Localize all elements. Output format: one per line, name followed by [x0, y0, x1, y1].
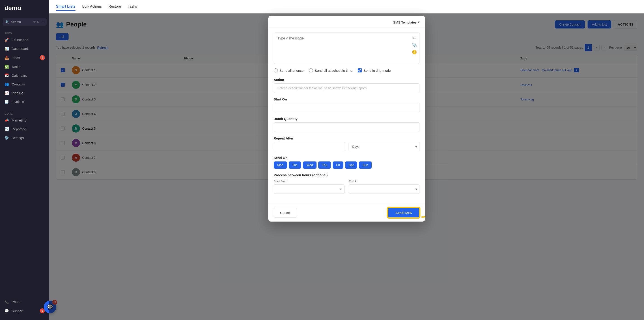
- process-hours-label: Process between hours (optional): [274, 173, 420, 177]
- day-sun-button[interactable]: Sun: [359, 161, 372, 169]
- sidebar-item-invoices[interactable]: 🧾 Invoices: [0, 97, 49, 106]
- message-compose-area: 🏷 📎 😊: [274, 33, 420, 64]
- send-drip-mode-checkbox[interactable]: [358, 68, 362, 73]
- repeat-after-label: Repeat After: [274, 136, 420, 140]
- sidebar-item-label: Invoices: [12, 100, 24, 104]
- send-at-schedule-radio[interactable]: [309, 68, 313, 73]
- day-thu-button[interactable]: Thu: [318, 161, 331, 169]
- attachment-icon[interactable]: 📎: [412, 43, 417, 48]
- modal-header: SMS Templates ▾: [268, 16, 425, 28]
- top-navigation: Smart Lists Bulk Actions Restore Tasks: [49, 0, 644, 14]
- send-mode-options: Send all at once Send all at schedule ti…: [274, 68, 420, 73]
- nav-tasks[interactable]: Tasks: [128, 3, 137, 11]
- action-label: Action: [274, 78, 420, 82]
- app-logo: demo: [0, 5, 49, 18]
- repeat-after-section: Repeat After Days Hours Minutes: [274, 136, 420, 151]
- send-sms-button[interactable]: Send SMS: [388, 207, 420, 218]
- start-on-label: Start On: [274, 97, 420, 101]
- end-at-select[interactable]: [349, 184, 420, 194]
- batch-quantity-section: Batch Quantity: [274, 117, 420, 132]
- sidebar-item-label: Phone: [12, 300, 21, 304]
- launchpad-icon: 🚀: [4, 38, 9, 42]
- nav-restore[interactable]: Restore: [108, 3, 121, 11]
- message-input[interactable]: [278, 36, 416, 59]
- support-icon: 💬: [4, 309, 9, 313]
- contacts-icon: 👥: [4, 82, 9, 86]
- sidebar-item-label: Dashboard: [12, 47, 28, 51]
- sidebar-section-more: MORE 📣 Marketing 📉 Reporting ⚙️ Settings: [0, 111, 49, 142]
- sidebar-item-dashboard[interactable]: 📊 Dashboard: [0, 44, 49, 53]
- start-from-select[interactable]: [274, 184, 344, 194]
- start-from-label: Start From: [274, 180, 344, 183]
- modal-footer: Cancel Send SMS: [268, 204, 425, 222]
- repeat-unit-select[interactable]: Days Hours Minutes: [348, 142, 420, 151]
- emoji-icon[interactable]: 😊: [412, 50, 417, 55]
- phone-icon: 📞: [4, 299, 9, 304]
- search-label: Search: [11, 20, 21, 24]
- sidebar-item-inbox[interactable]: 📥 Inbox 9: [0, 53, 49, 62]
- dashboard-icon: 📊: [4, 47, 9, 51]
- sidebar-item-label: Inbox: [12, 56, 20, 60]
- inbox-badge: 9: [40, 55, 45, 60]
- send-sms-container: Send SMS: [388, 207, 420, 218]
- content-area: 👥 People Create Contact Add to List ACTI…: [49, 14, 644, 320]
- pipeline-icon: 📈: [4, 91, 9, 95]
- marketing-icon: 📣: [4, 118, 9, 122]
- day-tue-button[interactable]: Tue: [289, 161, 301, 169]
- sidebar-section-apps: APPS 🚀 Launchpad 📊 Dashboard 📥 Inbox 9 ✅…: [0, 30, 49, 106]
- sms-templates-button[interactable]: SMS Templates ▾: [393, 20, 420, 24]
- batch-quantity-input[interactable]: [274, 122, 420, 132]
- sidebar-item-support[interactable]: 💬 Support 2: [0, 306, 49, 315]
- day-mon-button[interactable]: Mon: [274, 161, 287, 169]
- send-sms-modal: SMS Templates ▾ 🏷 📎 😊: [268, 16, 425, 222]
- send-all-at-once-option[interactable]: Send all at once: [274, 68, 304, 73]
- repeat-after-value-col: [274, 142, 345, 151]
- nav-bulk-actions[interactable]: Bulk Actions: [82, 3, 102, 11]
- sidebar-item-tasks[interactable]: ✅ Tasks: [0, 62, 49, 71]
- action-input[interactable]: [274, 83, 420, 93]
- reporting-icon: 📉: [4, 127, 9, 131]
- send-drip-mode-option[interactable]: Send in drip mode: [358, 68, 391, 73]
- sidebar-item-settings[interactable]: ⚙️ Settings: [0, 133, 49, 142]
- sidebar-item-label: Reporting: [12, 127, 26, 131]
- sidebar-item-label: Launchpad: [12, 38, 28, 42]
- repeat-after-input[interactable]: [274, 142, 345, 151]
- sidebar-item-reporting[interactable]: 📉 Reporting: [0, 125, 49, 133]
- nav-smart-lists[interactable]: Smart Lists: [56, 3, 76, 11]
- process-hours-row: Start From ▾ End At: [274, 180, 420, 194]
- search-plus-icon: +: [42, 20, 44, 24]
- tasks-icon: ✅: [4, 65, 9, 69]
- sidebar-item-label: Tasks: [12, 65, 20, 69]
- sidebar-item-marketing[interactable]: 📣 Marketing: [0, 116, 49, 125]
- sidebar-item-label: Marketing: [12, 118, 26, 122]
- send-on-label: Send On: [274, 156, 420, 160]
- calendars-icon: 📅: [4, 73, 9, 78]
- section-label-more: MORE: [0, 111, 49, 116]
- sidebar-item-launchpad[interactable]: 🚀 Launchpad: [0, 36, 49, 44]
- day-fri-button[interactable]: Fri: [333, 161, 344, 169]
- repeat-after-row: Days Hours Minutes ▾: [274, 142, 420, 151]
- search-bar[interactable]: 🔍 Search ctrl K +: [3, 18, 46, 26]
- sidebar: demo 🔍 Search ctrl K + APPS 🚀 Launchpad …: [0, 0, 49, 320]
- sidebar-item-pipeline[interactable]: 📈 Pipeline: [0, 89, 49, 97]
- invoices-icon: 🧾: [4, 100, 9, 104]
- sidebar-item-phone[interactable]: 📞 Phone: [0, 297, 49, 306]
- sidebar-item-label: Contacts: [12, 82, 25, 86]
- sidebar-item-contacts[interactable]: 👥 Contacts: [0, 80, 49, 89]
- day-wed-button[interactable]: Wed: [303, 161, 316, 169]
- cancel-button[interactable]: Cancel: [274, 208, 297, 217]
- start-from-col: Start From ▾: [274, 180, 344, 194]
- start-on-input[interactable]: [274, 103, 420, 112]
- sidebar-item-calendars[interactable]: 📅 Calendars: [0, 71, 49, 80]
- tag-icon[interactable]: 🏷: [412, 36, 417, 40]
- chevron-down-icon: ▾: [418, 20, 420, 24]
- process-hours-section: Process between hours (optional) Start F…: [274, 173, 420, 194]
- message-toolbar-icons: 🏷 📎 😊: [412, 36, 417, 55]
- main-content: Smart Lists Bulk Actions Restore Tasks 👥…: [49, 0, 644, 320]
- send-at-schedule-option[interactable]: Send all at schedule time: [309, 68, 352, 73]
- day-sat-button[interactable]: Sat: [345, 161, 357, 169]
- send-all-at-once-radio[interactable]: [274, 68, 278, 73]
- start-from-wrapper: ▾: [274, 184, 344, 194]
- sidebar-item-label: Calendars: [12, 74, 27, 77]
- settings-icon: ⚙️: [4, 136, 9, 140]
